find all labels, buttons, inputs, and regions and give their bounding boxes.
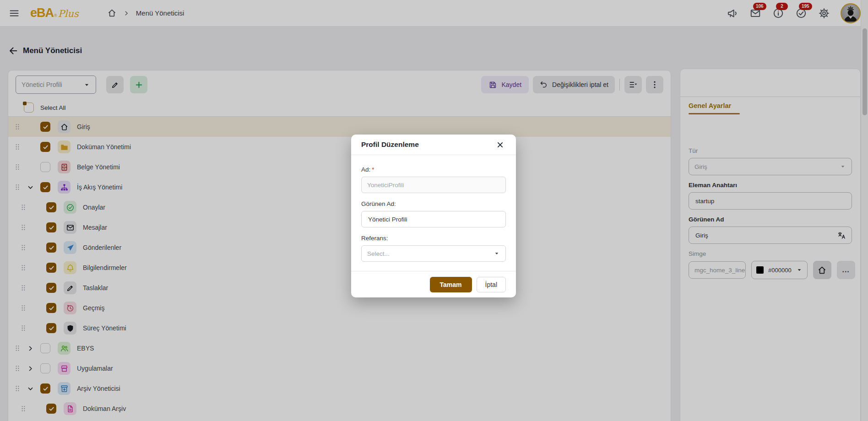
modal-gorunen-ad-input[interactable] [367, 216, 500, 223]
required-asterisk: * [372, 166, 374, 173]
modal-gorunen-ad-label: Görünen Ad: [361, 200, 506, 207]
modal-footer: Tamam İptal [351, 271, 516, 297]
cancel-button[interactable]: İptal [477, 277, 506, 292]
modal-gorunen-ad-field [361, 211, 506, 227]
referans-select[interactable]: Select... [361, 245, 506, 262]
app-screen: eBA®Plus Menü Yöneticisi 106 2 195 [0, 0, 868, 421]
ad-label-text: Ad: [361, 166, 370, 173]
modal-title: Profil Düzenleme [361, 140, 419, 149]
profile-edit-modal: Profil Düzenleme Ad:* YoneticiProfili Gö… [351, 135, 516, 297]
ok-button[interactable]: Tamam [430, 277, 472, 292]
close-icon[interactable] [494, 139, 506, 151]
chevron-down-icon [494, 250, 500, 257]
ad-value: YoneticiProfili [367, 182, 404, 189]
modal-body: Ad:* YoneticiProfili Görünen Ad: Referan… [351, 155, 516, 271]
referans-label: Referans: [361, 235, 506, 242]
ad-field: YoneticiProfili [361, 177, 506, 193]
modal-header: Profil Düzenleme [351, 135, 516, 155]
referans-placeholder: Select... [367, 250, 390, 257]
ad-label: Ad:* [361, 166, 506, 173]
